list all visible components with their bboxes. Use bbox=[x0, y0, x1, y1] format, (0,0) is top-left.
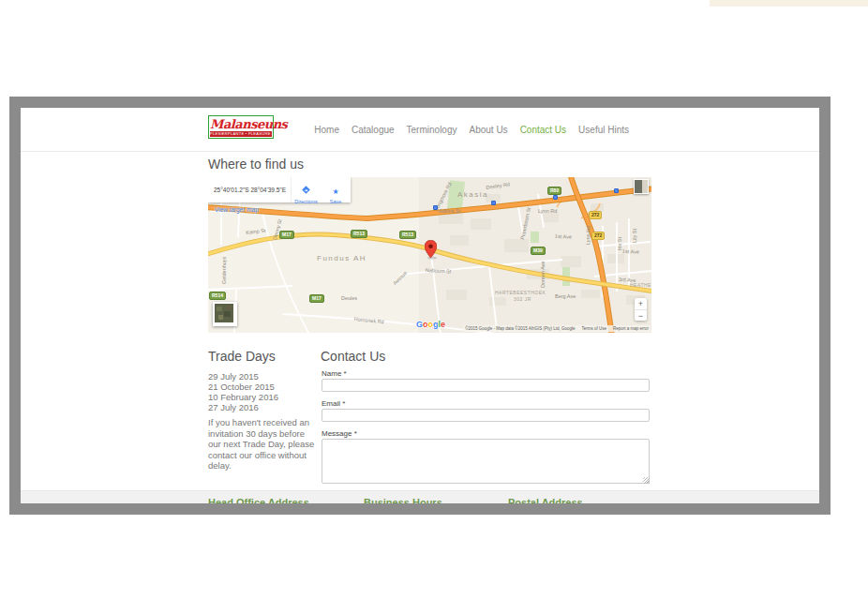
main-nav: Home Catalogue Terminology About Us Cont… bbox=[314, 108, 629, 152]
directions-button[interactable]: Directions bbox=[291, 177, 321, 202]
contact-us-title: Contact Us bbox=[321, 349, 385, 364]
textarea-resize-handle[interactable] bbox=[643, 477, 650, 484]
message-field[interactable] bbox=[322, 439, 650, 484]
map-zoom-control: + − bbox=[635, 298, 647, 321]
desktop-artifact bbox=[710, 0, 868, 7]
nav-item-catalogue[interactable]: Catalogue bbox=[352, 125, 395, 135]
browser-window: Malanseuns PLESIERPLANTE • PLEASURE PLAN… bbox=[9, 97, 831, 515]
map-info-card: 25°40'01.2"S 28°04'39.5"E Directions ★ S… bbox=[208, 177, 351, 202]
map-street-label: Lynn Rd bbox=[585, 226, 591, 245]
map-street-label: Deules bbox=[341, 295, 357, 301]
route-badge-icon bbox=[433, 205, 438, 210]
zoom-in-button[interactable]: + bbox=[635, 298, 647, 309]
map-street-label: Doreen Ave bbox=[540, 261, 546, 288]
nav-item-useful-hints[interactable]: Useful Hints bbox=[578, 125, 629, 135]
message-label: Message * bbox=[322, 429, 357, 438]
trade-day-date: 21 October 2015 bbox=[208, 382, 275, 392]
site-logo[interactable]: Malanseuns PLESIERPLANTE • PLEASURE PLAN… bbox=[208, 115, 274, 139]
trade-days-note: If you haven't received an invitation 30… bbox=[208, 417, 315, 472]
nav-item-contact-us[interactable]: Contact Us bbox=[520, 125, 566, 135]
map-street-label: Geldenhuys bbox=[221, 257, 227, 284]
view-larger-map-link[interactable]: View larger map bbox=[215, 206, 259, 213]
page-title: Where to find us bbox=[208, 157, 304, 172]
trade-day-date: 29 July 2015 bbox=[208, 371, 259, 382]
map-area-label: HARTEBEESTHOEK bbox=[495, 290, 546, 295]
road-shield: R80 bbox=[547, 187, 561, 195]
email-label: Email * bbox=[322, 399, 345, 408]
road-shield: 272 bbox=[591, 232, 605, 240]
footer-heading: Head Office Address bbox=[208, 497, 309, 503]
road-shield: R514 bbox=[209, 292, 226, 300]
map-area-label: 302 JR bbox=[514, 296, 531, 302]
name-field[interactable] bbox=[322, 379, 650, 392]
logo-tagline: PLESIERPLANTE • PLEASURE PLANTS bbox=[210, 131, 272, 137]
road-shield: 272 bbox=[589, 211, 602, 219]
route-badge-icon bbox=[553, 195, 558, 200]
map-area-label: HEATHERDALE bbox=[630, 282, 651, 288]
map-area-label: Akasia bbox=[457, 190, 488, 199]
google-logo[interactable]: Google bbox=[416, 320, 445, 329]
map-street-label: Berg Ave bbox=[555, 293, 576, 299]
directions-icon bbox=[302, 186, 310, 194]
map-area-label: Fundus AH bbox=[317, 254, 367, 262]
map-marker-icon[interactable] bbox=[425, 240, 437, 259]
route-badge-icon bbox=[614, 188, 619, 193]
nav-item-terminology[interactable]: Terminology bbox=[407, 125, 457, 135]
map-street-label: Adkins St bbox=[439, 208, 460, 214]
road-shield: M17 bbox=[279, 231, 294, 239]
nav-item-home[interactable]: Home bbox=[314, 125, 339, 135]
satellite-toggle[interactable] bbox=[213, 302, 237, 326]
road-shield: M39 bbox=[531, 247, 546, 255]
name-label: Name * bbox=[322, 369, 347, 378]
trade-day-date: 10 February 2016 bbox=[208, 392, 278, 402]
nav-item-about-us[interactable]: About Us bbox=[469, 125, 507, 135]
trade-day-date: 27 July 2016 bbox=[208, 402, 259, 412]
map-coordinates: 25°40'01.2"S 28°04'39.5"E bbox=[208, 177, 291, 202]
road-shield: M17 bbox=[309, 294, 324, 303]
email-field[interactable] bbox=[322, 409, 650, 422]
map-street-label: Lynn Rd bbox=[538, 208, 557, 214]
logo-wordmark: Malanseuns bbox=[210, 117, 272, 131]
road-shield: R513 bbox=[399, 231, 416, 239]
footer-heading: Postal Address bbox=[508, 497, 583, 503]
report-map-error-link[interactable]: Report a map error bbox=[613, 326, 649, 331]
star-icon: ★ bbox=[332, 187, 338, 196]
terms-of-use-link[interactable]: Terms of Use bbox=[581, 326, 606, 331]
satellite-thumbnail-icon bbox=[215, 304, 233, 322]
map-street-label: 1st Ave bbox=[555, 233, 572, 240]
webpage: Malanseuns PLESIERPLANTE • PLEASURE PLAN… bbox=[21, 108, 819, 503]
map-street-label: 1st Ave bbox=[622, 248, 639, 255]
site-header: Malanseuns PLESIERPLANTE • PLEASURE PLAN… bbox=[21, 108, 819, 152]
map-attribution: ©2015 Google - Map data ©2015 AfriGIS (P… bbox=[463, 325, 651, 332]
attribution-text: ©2015 Google - Map data ©2015 AfriGIS (P… bbox=[465, 326, 575, 331]
google-map-embed[interactable]: Fundus AH Akasia Kamp St Denny St Gelden… bbox=[208, 177, 651, 333]
zoom-out-button[interactable]: − bbox=[635, 309, 647, 321]
trade-days-title: Trade Days bbox=[208, 349, 276, 364]
route-badge-icon bbox=[491, 201, 496, 205]
map-street-label: Lily St bbox=[632, 229, 637, 243]
page-footer: Head Office Address Business Hours Posta… bbox=[21, 490, 819, 503]
road-shield: R513 bbox=[351, 230, 367, 238]
footer-heading: Business Hours bbox=[364, 497, 442, 503]
save-button[interactable]: ★ Save bbox=[321, 177, 351, 202]
map-fullscreen-thumbnail[interactable] bbox=[634, 179, 649, 194]
